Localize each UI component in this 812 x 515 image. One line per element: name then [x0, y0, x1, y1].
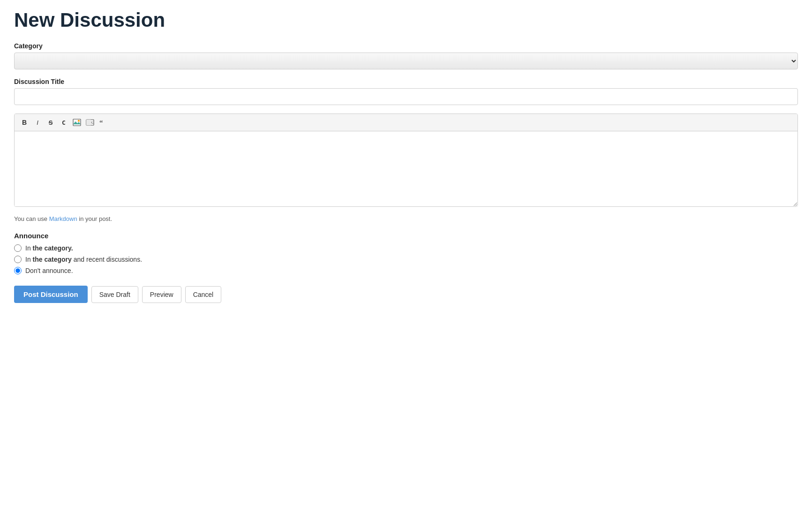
announce-label: Announce — [14, 232, 798, 240]
svg-marker-1 — [73, 121, 81, 124]
image-button[interactable] — [71, 117, 83, 128]
announce-option-2-text: In the category and recent discussions. — [25, 256, 142, 263]
page-title: New Discussion — [14, 9, 798, 31]
category-select[interactable] — [14, 53, 798, 69]
editor-textarea[interactable] — [15, 131, 797, 206]
svg-rect-4 — [86, 120, 91, 125]
svg-point-2 — [78, 120, 80, 122]
markdown-hint-prefix: You can use — [14, 215, 49, 222]
markdown-link[interactable]: Markdown — [49, 215, 77, 222]
cancel-button[interactable]: Cancel — [185, 286, 222, 303]
code-button[interactable]: C — [58, 117, 70, 128]
announce-section: Announce In the category. In the categor… — [14, 232, 798, 274]
announce-radio-category-recent[interactable] — [14, 256, 22, 263]
announce-option-1-text: In the category. — [25, 244, 73, 252]
announce-option-category[interactable]: In the category. — [14, 244, 798, 252]
media-icon: ▶ — [86, 119, 94, 126]
editor-toolbar: B I S C ▶ “ — [15, 114, 797, 131]
image-icon — [73, 119, 81, 126]
markdown-hint-suffix: in your post. — [77, 215, 112, 222]
bold-button[interactable]: B — [18, 117, 30, 128]
announce-radio-category[interactable] — [14, 244, 22, 252]
title-label: Discussion Title — [14, 78, 798, 85]
editor-container: B I S C ▶ “ — [14, 114, 798, 207]
italic-button[interactable]: I — [31, 117, 44, 128]
announce-option-2-bold: the category — [33, 256, 72, 263]
category-label: Category — [14, 42, 798, 50]
media-button[interactable]: ▶ — [84, 117, 96, 128]
announce-option-none[interactable]: Don't announce. — [14, 267, 798, 274]
quote-button[interactable]: “ — [97, 117, 109, 128]
title-input[interactable] — [14, 88, 798, 105]
announce-option-category-recent[interactable]: In the category and recent discussions. — [14, 256, 798, 263]
save-draft-button[interactable]: Save Draft — [91, 286, 138, 303]
post-discussion-button[interactable]: Post Discussion — [14, 286, 88, 303]
category-section: Category — [14, 42, 798, 69]
strikethrough-button[interactable]: S — [45, 117, 57, 128]
quote-icon: “ — [99, 119, 107, 126]
announce-option-1-bold: the category. — [33, 244, 73, 252]
svg-rect-0 — [73, 119, 81, 126]
markdown-hint: You can use Markdown in your post. — [14, 215, 798, 222]
svg-text:“: “ — [99, 119, 103, 126]
preview-button[interactable]: Preview — [142, 286, 181, 303]
announce-radio-none[interactable] — [14, 267, 22, 274]
action-buttons: Post Discussion Save Draft Preview Cance… — [14, 286, 798, 303]
announce-option-3-text: Don't announce. — [25, 267, 73, 274]
title-section: Discussion Title — [14, 78, 798, 105]
